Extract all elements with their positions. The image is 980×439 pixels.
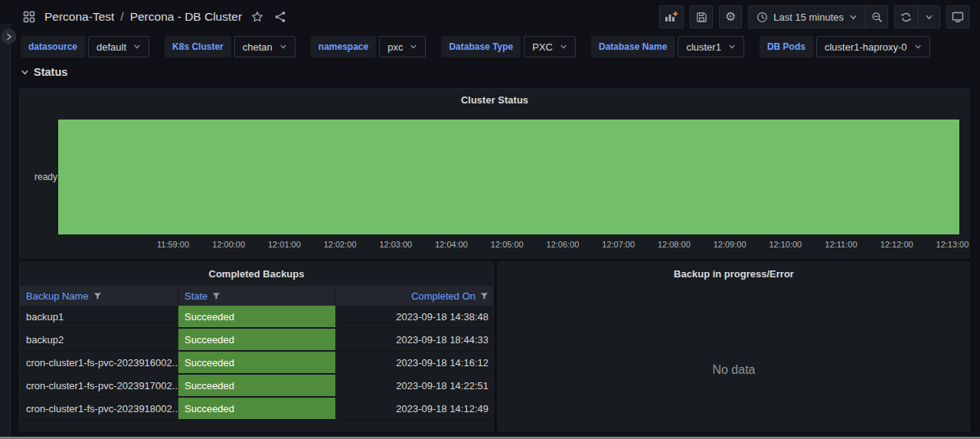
table-row: cron-cluster1-fs-pvc-2023916002... Succe… — [20, 352, 493, 375]
panel-cluster-status: Cluster Status ready 11:59:0012:00:0012:… — [19, 88, 970, 258]
dashboard-settings-button[interactable]: ⚙ — [719, 5, 742, 28]
column-header-state[interactable]: State — [178, 286, 335, 306]
variable-filters-row: datasource default K8s Cluster chetan na… — [21, 36, 930, 57]
cell-backup-name: backup1 — [20, 306, 178, 327]
filter-label: datasource — [21, 36, 85, 57]
cell-state: Succeeded — [178, 352, 335, 373]
table-row: backup1 Succeeded 2023-09-18 14:38:48 — [20, 306, 493, 329]
grafana-dashboard: Percona-Test / Percona - DB Cluster — [0, 0, 980, 439]
chevron-down-icon — [849, 13, 858, 21]
apps-grid-icon[interactable] — [21, 9, 37, 25]
no-data-message: No data — [498, 309, 969, 431]
add-panel-button[interactable] — [659, 5, 684, 28]
cell-backup-name: cron-cluster1-fs-pvc-2023918002... — [20, 398, 178, 419]
panel-title[interactable]: Completed Backups — [20, 263, 493, 284]
filter-namespace: namespace pxc — [311, 36, 426, 57]
filter-datasource: datasource default — [21, 36, 149, 57]
filter-label: Database Name — [591, 36, 675, 57]
column-header-backup-name[interactable]: Backup Name — [20, 286, 178, 306]
cell-completed-on: 2023-09-18 14:16:12 — [335, 352, 494, 373]
sidebar-rail — [0, 24, 11, 439]
breadcrumb-separator: / — [120, 10, 123, 24]
add-panel-icon — [665, 11, 678, 23]
time-range-group: Last 15 minutes — [748, 5, 888, 28]
cell-completed-on: 2023-09-18 14:12:49 — [335, 398, 494, 419]
cell-completed-on: 2023-09-18 18:44:33 — [335, 329, 494, 350]
section-status-toggle[interactable]: Status — [21, 66, 67, 78]
cell-state: Succeeded — [178, 375, 335, 396]
x-axis-tick: 12:11:00 — [825, 240, 858, 249]
table-row: cron-cluster1-fs-pvc-2023918002... Succe… — [20, 398, 493, 421]
filter-funnel-icon[interactable] — [212, 292, 220, 300]
x-axis-tick: 11:59:00 — [157, 240, 189, 249]
x-axis-tick: 12:07:00 — [602, 240, 635, 249]
kiosk-monitor-icon — [952, 11, 964, 23]
x-axis-tick: 12:06:00 — [547, 240, 580, 249]
breadcrumb: Percona-Test / Percona - DB Cluster — [44, 10, 242, 24]
chevron-down-icon — [279, 43, 287, 51]
filter-value-dropdown[interactable]: chetan — [234, 36, 296, 57]
kiosk-mode-button[interactable] — [946, 5, 969, 28]
x-axis-tick: 12:04:00 — [435, 240, 468, 249]
cell-state: Succeeded — [178, 306, 335, 327]
zoom-out-time-button[interactable] — [865, 5, 888, 28]
share-icon[interactable] — [273, 9, 288, 25]
zoom-out-icon — [871, 11, 883, 23]
refresh-interval-dropdown[interactable] — [917, 5, 940, 28]
filter-funnel-icon[interactable] — [480, 292, 488, 300]
table-body: backup1 Succeeded 2023-09-18 14:38:48 ba… — [20, 306, 493, 421]
timeline-state-segment-ready — [58, 120, 959, 234]
filter-label: namespace — [311, 36, 376, 57]
time-range-picker[interactable]: Last 15 minutes — [748, 5, 865, 28]
filter-database-name: Database Name cluster1 — [591, 36, 744, 57]
filter-database-type: Database Type PXC — [441, 36, 576, 57]
breadcrumb-dashboard[interactable]: Percona - DB Cluster — [130, 10, 242, 24]
refresh-group — [894, 5, 940, 28]
panel-title[interactable]: Cluster Status — [20, 89, 969, 110]
refresh-icon — [900, 11, 912, 23]
chevron-down-icon — [560, 43, 567, 51]
x-axis-tick: 12:10:00 — [769, 240, 802, 249]
column-header-completed-on[interactable]: Completed On — [335, 286, 494, 306]
chevron-down-icon — [925, 13, 933, 21]
filter-label: Database Type — [441, 36, 521, 57]
panel-title[interactable]: Backup in progress/Error — [498, 263, 969, 284]
x-axis-tick: 12:09:00 — [714, 240, 746, 249]
refresh-dashboard-button[interactable] — [894, 5, 917, 28]
save-icon — [696, 11, 707, 23]
table-row: backup2 Succeeded 2023-09-18 18:44:33 — [20, 329, 493, 352]
cell-completed-on: 2023-09-18 14:22:51 — [335, 375, 494, 396]
star-icon[interactable] — [250, 9, 265, 25]
settings-gear-icon: ⚙ — [725, 11, 736, 23]
filter-label: K8s Cluster — [165, 36, 231, 57]
panel-completed-backups: Completed Backups Backup Name State Comp… — [19, 262, 494, 431]
chevron-right-icon — [6, 33, 12, 41]
x-axis-tick: 12:05:00 — [491, 240, 524, 249]
time-range-label: Last 15 minutes — [773, 11, 844, 23]
table-row: cron-cluster1-fs-pvc-2023917002... Succe… — [20, 375, 493, 398]
cell-state: Succeeded — [178, 398, 335, 419]
table-header-row: Backup Name State Completed On — [20, 286, 493, 306]
filter-value-dropdown[interactable]: cluster1 — [678, 36, 744, 57]
chevron-down-icon — [914, 43, 922, 51]
cell-state: Succeeded — [178, 329, 335, 350]
x-axis: 11:59:0012:00:0012:01:0012:02:0012:03:00… — [58, 240, 959, 252]
x-axis-tick: 12:12:00 — [880, 240, 913, 249]
sidebar-expand-button[interactable] — [2, 29, 16, 44]
x-axis-tick: 12:13:00 — [936, 240, 969, 249]
filter-value-dropdown[interactable]: PXC — [524, 36, 576, 57]
filter-funnel-icon[interactable] — [93, 292, 102, 300]
chevron-down-icon — [410, 43, 417, 51]
x-axis-tick: 12:00:00 — [212, 240, 245, 249]
cell-backup-name: cron-cluster1-fs-pvc-2023917002... — [20, 375, 178, 396]
breadcrumb-folder[interactable]: Percona-Test — [44, 10, 114, 24]
x-axis-tick: 12:01:00 — [268, 240, 301, 249]
save-dashboard-button[interactable] — [690, 5, 713, 28]
filter-db-pods: DB Pods cluster1-haproxy-0 — [760, 36, 930, 57]
chevron-down-icon — [21, 68, 29, 77]
x-axis-tick: 12:02:00 — [324, 240, 357, 249]
filter-value-dropdown[interactable]: cluster1-haproxy-0 — [816, 36, 930, 57]
filter-value-dropdown[interactable]: pxc — [379, 36, 426, 57]
clock-icon — [756, 11, 768, 23]
filter-value-dropdown[interactable]: default — [88, 36, 149, 57]
